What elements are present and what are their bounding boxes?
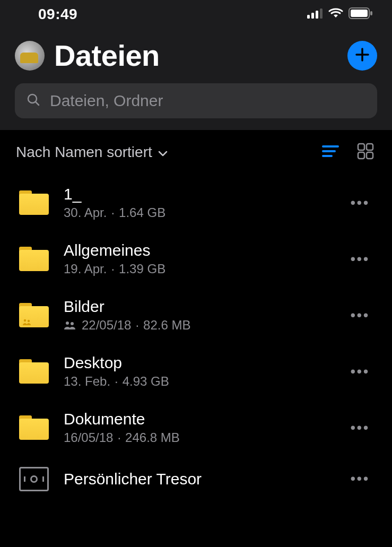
status-time: 09:49 (38, 6, 77, 23)
svg-rect-14 (358, 144, 364, 150)
file-date: 30. Apr. (64, 205, 107, 220)
file-meta: 30. Apr.·1.64 GB (64, 205, 332, 220)
file-row[interactable]: Bilder 22/05/18·82.6 MB ••• (0, 287, 392, 343)
file-row[interactable]: Dokumente 16/05/18·246.8 MB ••• (0, 400, 392, 456)
status-bar: 09:49 (0, 0, 392, 29)
folder-icon (19, 190, 49, 215)
battery-icon (349, 7, 373, 21)
file-row[interactable]: 1_ 30. Apr.·1.64 GB ••• (0, 175, 392, 231)
search-bar[interactable] (15, 83, 377, 118)
file-name: Persönlicher Tresor (64, 470, 332, 488)
cellular-signal-icon (307, 8, 323, 21)
file-size: 246.8 MB (125, 430, 180, 445)
more-button[interactable]: ••• (346, 415, 374, 440)
file-info: Dokumente 16/05/18·246.8 MB (64, 410, 332, 445)
file-name: Bilder (64, 298, 332, 316)
file-list: 1_ 30. Apr.·1.64 GB ••• Allgemeines 19. … (0, 169, 392, 507)
more-button[interactable]: ••• (346, 247, 374, 272)
shared-badge-icon (22, 318, 32, 326)
file-date: 19. Apr. (64, 262, 107, 276)
file-name: Allgemeines (64, 241, 332, 259)
folder-icon (19, 303, 49, 327)
header: Dateien (0, 29, 392, 130)
file-row[interactable]: Allgemeines 19. Apr.·1.39 GB ••• (0, 231, 392, 287)
file-meta: 22/05/18·82.6 MB (64, 318, 332, 333)
svg-point-20 (66, 322, 69, 325)
svg-point-18 (24, 319, 26, 322)
sort-button[interactable]: Nach Namen sortiert (16, 144, 316, 161)
folder-icon (19, 247, 49, 271)
file-meta: 16/05/18·246.8 MB (64, 430, 332, 445)
file-size: 1.64 GB (119, 205, 165, 220)
more-button[interactable]: ••• (346, 359, 374, 384)
more-button[interactable]: ••• (346, 190, 374, 215)
more-button[interactable]: ••• (346, 303, 374, 328)
status-icons (307, 7, 373, 21)
grid-view-button[interactable] (357, 143, 374, 162)
profile-avatar[interactable] (15, 41, 45, 71)
file-meta: 13. Feb.·4.93 GB (64, 374, 332, 389)
file-name: Desktop (64, 354, 332, 372)
svg-rect-16 (358, 152, 364, 159)
file-date: 16/05/18 (64, 430, 113, 445)
svg-rect-17 (367, 152, 373, 159)
svg-rect-6 (370, 11, 372, 15)
folder-icon (19, 359, 49, 384)
file-info: Bilder 22/05/18·82.6 MB (64, 298, 332, 333)
file-row[interactable]: Desktop 13. Feb.·4.93 GB ••• (0, 343, 392, 400)
svg-point-21 (71, 322, 74, 325)
file-info: Allgemeines 19. Apr.·1.39 GB (64, 241, 332, 276)
file-meta: 19. Apr.·1.39 GB (64, 262, 332, 276)
file-info: Persönlicher Tresor (64, 470, 332, 488)
add-button[interactable] (347, 41, 377, 71)
svg-rect-0 (307, 15, 310, 19)
file-name: Dokumente (64, 410, 332, 428)
page-title: Dateien (54, 38, 338, 73)
search-icon (27, 93, 40, 109)
file-name: 1_ (64, 185, 332, 203)
list-view-button[interactable] (322, 144, 339, 160)
vault-icon (19, 467, 49, 491)
wifi-icon (328, 8, 343, 21)
folder-icon (19, 415, 49, 440)
svg-rect-5 (351, 10, 368, 17)
file-size: 4.93 GB (123, 374, 169, 389)
file-info: 1_ 30. Apr.·1.64 GB (64, 185, 332, 220)
shared-icon (64, 320, 76, 330)
plus-icon (355, 47, 370, 64)
search-input[interactable] (50, 92, 365, 110)
svg-rect-15 (367, 144, 373, 150)
file-size: 82.6 MB (143, 318, 190, 333)
svg-rect-1 (311, 13, 314, 19)
svg-line-10 (36, 102, 39, 105)
file-row[interactable]: Persönlicher Tresor ••• (0, 456, 392, 502)
more-button[interactable]: ••• (346, 466, 374, 491)
file-date: 13. Feb. (64, 374, 110, 389)
sort-label: Nach Namen sortiert (16, 144, 152, 161)
chevron-down-icon (158, 144, 168, 161)
file-size: 1.39 GB (119, 262, 165, 276)
file-date: 22/05/18 (82, 318, 131, 333)
svg-rect-3 (320, 8, 323, 19)
controls-row: Nach Namen sortiert (0, 130, 392, 169)
svg-rect-2 (316, 11, 318, 19)
file-info: Desktop 13. Feb.·4.93 GB (64, 354, 332, 389)
svg-point-19 (28, 320, 30, 322)
